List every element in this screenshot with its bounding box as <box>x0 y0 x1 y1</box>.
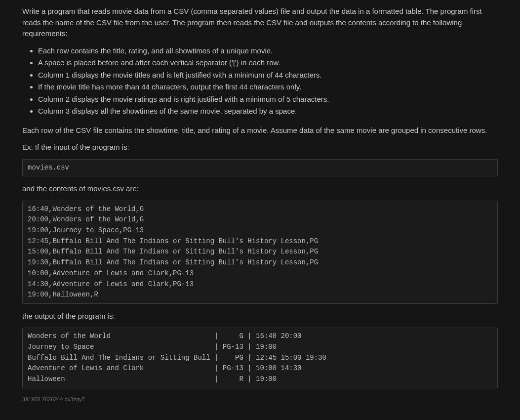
output-label: the output of the program is: <box>22 311 498 322</box>
example-input-label: Ex: If the input of the program is: <box>22 142 498 153</box>
requirement-item: Each row contains the title, rating, and… <box>38 45 498 57</box>
csv-contents-label: and the contents of movies.csv are: <box>22 183 498 195</box>
requirement-item: Column 2 displays the movie ratings and … <box>38 94 498 105</box>
input-filename-box: movies.csv <box>22 159 498 177</box>
footer-id: 391908.2626244.qx3zqy7 <box>22 395 498 404</box>
problem-intro-paragraph: Write a program that reads movie data fr… <box>22 6 498 40</box>
requirement-item: If the movie title has more than 44 char… <box>38 82 498 93</box>
program-output-box: Wonders of the World | G | 16:40 20:00 J… <box>22 328 498 388</box>
csv-contents-box: 16:40,Wonders of the World,G 20:00,Wonde… <box>22 201 498 304</box>
requirement-item: A space is placed before and after each … <box>38 57 498 69</box>
requirement-item: Column 3 displays all the showtimes of t… <box>38 106 498 117</box>
csv-row-description: Each row of the CSV file contains the sh… <box>22 125 498 136</box>
requirement-item: Column 1 displays the movie titles and i… <box>38 70 498 81</box>
requirements-list: Each row contains the title, rating, and… <box>22 45 498 117</box>
